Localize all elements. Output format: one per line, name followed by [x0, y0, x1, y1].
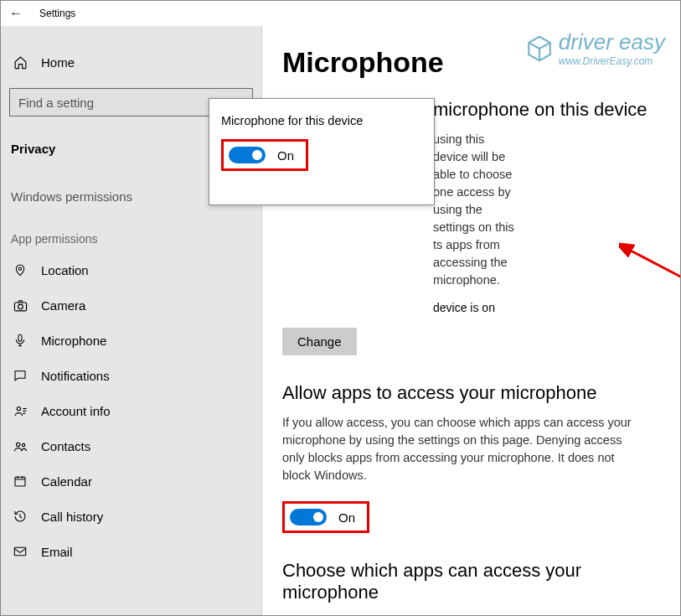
svg-rect-8: [14, 547, 25, 555]
account-icon: [13, 403, 28, 418]
watermark: driver easy www.DriverEasy.com: [525, 29, 665, 67]
section-choose-apps-title: Choose which apps can access your microp…: [282, 560, 655, 603]
sidebar-item-calendar[interactable]: Calendar: [1, 463, 261, 499]
svg-point-0: [18, 267, 21, 270]
sidebar-item-call-history[interactable]: Call history: [1, 499, 261, 534]
allow-apps-toggle[interactable]: [290, 509, 327, 525]
sidebar-item-label: Email: [41, 545, 73, 559]
home-icon: [13, 54, 28, 70]
device-microphone-popup: Microphone for this device On: [209, 98, 435, 205]
email-icon: [13, 544, 28, 559]
svg-rect-7: [15, 477, 25, 486]
annotation-highlight-box: On: [282, 501, 369, 533]
location-icon: [13, 262, 28, 277]
sidebar-item-email[interactable]: Email: [1, 534, 261, 569]
sidebar-item-label: Camera: [41, 298, 85, 313]
section-choose-apps-body: Some apps need to access your microphone…: [282, 613, 642, 615]
svg-point-6: [22, 443, 25, 447]
svg-point-5: [16, 443, 19, 446]
sidebar-item-label: Location: [41, 263, 89, 277]
section-allow-apps-title: Allow apps to access your microphone: [282, 382, 655, 404]
section-allow-apps-body: If you allow access, you can choose whic…: [282, 414, 642, 484]
svg-rect-1: [14, 302, 26, 310]
contacts-icon: [13, 438, 28, 453]
watermark-icon: [525, 33, 554, 65]
svg-line-9: [627, 249, 680, 288]
device-microphone-toggle-label: On: [277, 148, 294, 163]
search-placeholder: Find a setting: [18, 96, 94, 110]
calendar-icon: [13, 474, 28, 489]
sidebar-item-label: Microphone: [41, 334, 106, 348]
sidebar-item-contacts[interactable]: Contacts: [1, 428, 261, 463]
sidebar-item-location[interactable]: Location: [1, 252, 261, 287]
sidebar-item-account-info[interactable]: Account info: [1, 393, 261, 428]
allow-apps-toggle-label: On: [338, 510, 355, 525]
camera-icon: [13, 298, 28, 313]
device-access-status: device is on: [282, 301, 655, 314]
watermark-brand: driver easy: [559, 29, 665, 54]
change-button[interactable]: Change: [282, 328, 357, 355]
watermark-url: www.DriverEasy.com: [559, 55, 665, 67]
sidebar-item-notifications[interactable]: Notifications: [1, 358, 261, 393]
sidebar-item-label: Call history: [41, 510, 103, 524]
popup-title: Microphone for this device: [221, 114, 422, 127]
annotation-arrow: [619, 242, 680, 297]
sidebar-item-camera[interactable]: Camera: [1, 287, 261, 323]
sidebar-home[interactable]: Home: [1, 46, 261, 78]
annotation-highlight-box: On: [221, 139, 308, 171]
sidebar-item-label: Calendar: [41, 474, 92, 489]
svg-rect-3: [18, 334, 22, 341]
back-icon[interactable]: ←: [9, 6, 23, 21]
microphone-icon: [13, 333, 28, 348]
sidebar-item-microphone[interactable]: Microphone: [1, 323, 261, 358]
sidebar-group-app-permissions: App permissions: [1, 219, 261, 252]
history-icon: [13, 509, 28, 524]
svg-point-4: [17, 406, 20, 410]
notifications-icon: [13, 368, 28, 383]
svg-point-2: [18, 304, 23, 309]
sidebar-item-label: Notifications: [41, 369, 110, 383]
window-title: Settings: [39, 8, 75, 19]
device-microphone-toggle[interactable]: [229, 147, 266, 163]
home-label: Home: [41, 55, 75, 70]
sidebar-item-label: Contacts: [41, 439, 90, 453]
sidebar-item-label: Account info: [41, 404, 111, 418]
